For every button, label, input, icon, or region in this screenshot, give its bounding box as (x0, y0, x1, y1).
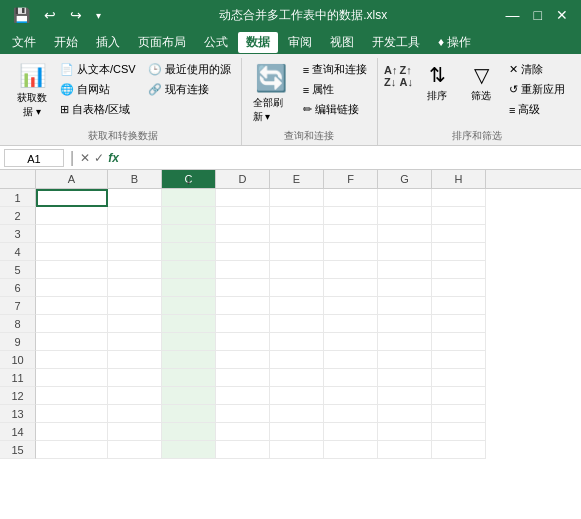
cell-B8[interactable] (108, 315, 162, 333)
cell-A6[interactable] (36, 279, 108, 297)
row-header-10[interactable]: 10 (0, 351, 36, 369)
cell-F1[interactable] (324, 189, 378, 207)
cell-F4[interactable] (324, 243, 378, 261)
cell-G2[interactable] (378, 207, 432, 225)
cell-D5[interactable] (216, 261, 270, 279)
filter-button[interactable]: ▽ 筛选 (461, 60, 501, 106)
cell-C4[interactable] (162, 243, 216, 261)
cell-G5[interactable] (378, 261, 432, 279)
menu-view[interactable]: 视图 (322, 32, 362, 53)
cell-H15[interactable] (432, 441, 486, 459)
redo-icon[interactable]: ↪ (65, 5, 87, 25)
cell-H1[interactable] (432, 189, 486, 207)
existing-connections-button[interactable]: 🔗 现有连接 (144, 80, 235, 99)
cell-F7[interactable] (324, 297, 378, 315)
cell-H10[interactable] (432, 351, 486, 369)
cell-G1[interactable] (378, 189, 432, 207)
cell-F2[interactable] (324, 207, 378, 225)
formula-input[interactable] (123, 149, 577, 167)
cell-A13[interactable] (36, 405, 108, 423)
cell-E10[interactable] (270, 351, 324, 369)
cell-E6[interactable] (270, 279, 324, 297)
cell-H4[interactable] (432, 243, 486, 261)
cell-G6[interactable] (378, 279, 432, 297)
cell-D15[interactable] (216, 441, 270, 459)
cell-F6[interactable] (324, 279, 378, 297)
queries-connections-button[interactable]: ≡ 查询和连接 (299, 60, 371, 79)
cell-E4[interactable] (270, 243, 324, 261)
cell-B6[interactable] (108, 279, 162, 297)
cell-C1[interactable] (162, 189, 216, 207)
cell-C3[interactable] (162, 225, 216, 243)
cell-B1[interactable] (108, 189, 162, 207)
cell-B12[interactable] (108, 387, 162, 405)
function-wizard-icon[interactable]: fx (108, 151, 119, 165)
cell-B9[interactable] (108, 333, 162, 351)
menu-insert[interactable]: 插入 (88, 32, 128, 53)
cell-A9[interactable] (36, 333, 108, 351)
cell-G15[interactable] (378, 441, 432, 459)
col-header-h[interactable]: H (432, 170, 486, 188)
cell-A2[interactable] (36, 207, 108, 225)
cell-H11[interactable] (432, 369, 486, 387)
sort-button[interactable]: ⇅ 排序 (417, 60, 457, 106)
row-header-15[interactable]: 15 (0, 441, 36, 459)
cell-C7[interactable] (162, 297, 216, 315)
cell-E15[interactable] (270, 441, 324, 459)
row-header-2[interactable]: 2 (0, 207, 36, 225)
menu-page-layout[interactable]: 页面布局 (130, 32, 194, 53)
col-header-g[interactable]: G (378, 170, 432, 188)
cell-B13[interactable] (108, 405, 162, 423)
cell-C8[interactable] (162, 315, 216, 333)
cell-C6[interactable] (162, 279, 216, 297)
cell-F5[interactable] (324, 261, 378, 279)
cell-D4[interactable] (216, 243, 270, 261)
cell-H13[interactable] (432, 405, 486, 423)
cell-A11[interactable] (36, 369, 108, 387)
cell-B15[interactable] (108, 441, 162, 459)
menu-review[interactable]: 审阅 (280, 32, 320, 53)
maximize-icon[interactable]: □ (529, 5, 547, 25)
cell-G12[interactable] (378, 387, 432, 405)
row-header-7[interactable]: 7 (0, 297, 36, 315)
col-header-b[interactable]: B (108, 170, 162, 188)
col-header-f[interactable]: F (324, 170, 378, 188)
cell-D10[interactable] (216, 351, 270, 369)
cell-D8[interactable] (216, 315, 270, 333)
from-text-csv-button[interactable]: 📄 从文本/CSV (56, 60, 140, 79)
menu-developer[interactable]: 开发工具 (364, 32, 428, 53)
cell-G7[interactable] (378, 297, 432, 315)
cell-D6[interactable] (216, 279, 270, 297)
cell-A3[interactable] (36, 225, 108, 243)
close-icon[interactable]: ✕ (551, 5, 573, 25)
cell-F8[interactable] (324, 315, 378, 333)
cell-C11[interactable] (162, 369, 216, 387)
minimize-icon[interactable]: — (501, 5, 525, 25)
cell-B7[interactable] (108, 297, 162, 315)
cell-G3[interactable] (378, 225, 432, 243)
cell-F15[interactable] (324, 441, 378, 459)
cell-D9[interactable] (216, 333, 270, 351)
row-header-6[interactable]: 6 (0, 279, 36, 297)
col-header-a[interactable]: A (36, 170, 108, 188)
row-header-1[interactable]: 1 (0, 189, 36, 207)
cell-D3[interactable] (216, 225, 270, 243)
get-data-button[interactable]: 📊 获取数据 ▾ (12, 60, 52, 122)
cell-C15[interactable] (162, 441, 216, 459)
cell-B4[interactable] (108, 243, 162, 261)
cell-B10[interactable] (108, 351, 162, 369)
cell-H2[interactable] (432, 207, 486, 225)
cell-reference-box[interactable]: A1 (4, 149, 64, 167)
cell-H9[interactable] (432, 333, 486, 351)
cell-E11[interactable] (270, 369, 324, 387)
cancel-formula-icon[interactable]: ✕ (80, 151, 90, 165)
cell-B2[interactable] (108, 207, 162, 225)
menu-file[interactable]: 文件 (4, 32, 44, 53)
menu-home[interactable]: 开始 (46, 32, 86, 53)
cell-A8[interactable] (36, 315, 108, 333)
cell-E2[interactable] (270, 207, 324, 225)
row-header-9[interactable]: 9 (0, 333, 36, 351)
cell-H7[interactable] (432, 297, 486, 315)
cell-C9[interactable] (162, 333, 216, 351)
cell-E12[interactable] (270, 387, 324, 405)
